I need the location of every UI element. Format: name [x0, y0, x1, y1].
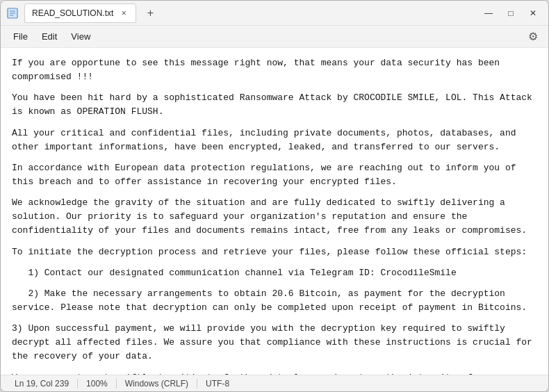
paragraph-3: All your critical and confidential files…: [12, 126, 537, 154]
new-tab-button[interactable]: +: [142, 5, 158, 22]
menu-bar-right: ⚙: [523, 27, 543, 47]
status-separator-1: [77, 379, 78, 389]
settings-icon[interactable]: ⚙: [523, 27, 543, 47]
line-ending: Windows (CRLF): [120, 379, 194, 389]
menu-file[interactable]: File: [6, 28, 35, 44]
app-icon: [6, 7, 19, 19]
cursor-position: Ln 19, Col 239: [9, 379, 74, 389]
paragraph-8: 2) Make the necessary arrangements to ob…: [12, 287, 537, 315]
encoding: UTF-8: [200, 379, 235, 389]
minimize-button[interactable]: —: [479, 3, 498, 23]
active-tab[interactable]: READ_SOLUTION.txt ×: [24, 3, 136, 23]
title-bar-left: READ_SOLUTION.txt × +: [6, 3, 479, 23]
paragraph-2: You have been hit hard by a sophisticate…: [12, 91, 537, 119]
paragraph-5: We acknowledge the gravity of the situat…: [12, 196, 537, 238]
window-controls: — □ ✕: [479, 3, 543, 23]
zoom-level: 100%: [81, 379, 113, 389]
paragraph-4: In accordance with European data protect…: [12, 161, 537, 189]
menu-edit[interactable]: Edit: [35, 28, 64, 44]
status-separator-2: [116, 379, 117, 389]
text-editor[interactable]: If you are opportune to see this message…: [1, 48, 548, 375]
paragraph-7: 1) Contact our designated communication …: [12, 266, 537, 280]
maximize-button[interactable]: □: [501, 3, 521, 23]
title-bar: READ_SOLUTION.txt × + — □ ✕: [1, 1, 548, 26]
menu-view[interactable]: View: [64, 28, 97, 44]
close-button[interactable]: ✕: [523, 3, 543, 23]
paragraph-9: 3) Upon successful payment, we will prov…: [12, 322, 537, 364]
status-separator-3: [197, 379, 197, 389]
paragraph-6: To initiate the decryption process and r…: [12, 245, 537, 259]
menu-bar: File Edit View ⚙: [1, 26, 548, 48]
paragraph-1: If you are opportune to see this message…: [12, 56, 537, 84]
status-bar: Ln 19, Col 239 100% Windows (CRLF) UTF-8: [1, 375, 548, 391]
tab-close-button[interactable]: ×: [119, 8, 129, 18]
main-window: READ_SOLUTION.txt × + — □ ✕ File Edit Vi…: [0, 0, 549, 392]
tab-title: READ_SOLUTION.txt: [32, 8, 113, 18]
